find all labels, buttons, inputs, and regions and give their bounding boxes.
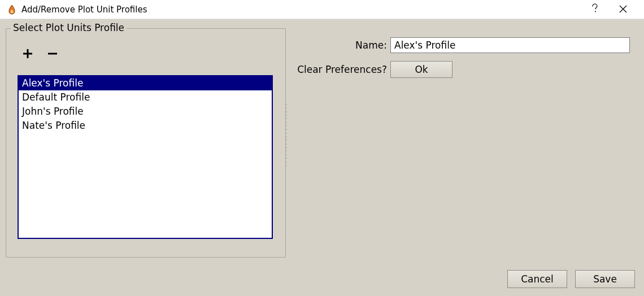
cancel-button[interactable]: Cancel xyxy=(507,270,567,288)
list-item[interactable]: Default Profile xyxy=(19,90,272,105)
ok-button[interactable]: Ok xyxy=(390,61,452,78)
name-label: Name: xyxy=(291,40,390,51)
details-pane: Name: Clear Preferences? Ok xyxy=(291,37,636,86)
dialog-content: Select Plot Units Profile Alex's Profile… xyxy=(0,19,644,296)
profile-toolbar xyxy=(22,48,58,62)
window-title: Add/Remove Plot Unit Profiles xyxy=(21,5,591,15)
clear-row: Clear Preferences? Ok xyxy=(291,61,636,78)
close-icon[interactable] xyxy=(619,3,627,15)
groupbox-title: Select Plot Units Profile xyxy=(11,22,127,33)
title-bar: Add/Remove Plot Unit Profiles xyxy=(0,0,644,19)
dialog-button-bar: Cancel Save xyxy=(507,270,635,288)
save-button[interactable]: Save xyxy=(575,270,635,288)
list-item[interactable]: Nate's Profile xyxy=(19,119,272,133)
remove-icon[interactable] xyxy=(47,48,58,62)
profile-listbox[interactable]: Alex's Profile Default Profile John's Pr… xyxy=(18,75,273,239)
profiles-groupbox: Select Plot Units Profile Alex's Profile… xyxy=(6,28,286,258)
titlebar-controls xyxy=(591,3,637,16)
list-item[interactable]: Alex's Profile xyxy=(19,76,272,90)
help-icon[interactable] xyxy=(591,3,599,16)
name-row: Name: xyxy=(291,37,636,53)
add-icon[interactable] xyxy=(22,48,33,62)
app-icon xyxy=(7,5,17,15)
svg-point-1 xyxy=(595,11,596,12)
list-item[interactable]: John's Profile xyxy=(19,105,272,119)
svg-point-0 xyxy=(11,10,14,13)
splitter-handle[interactable] xyxy=(285,104,288,166)
name-field[interactable] xyxy=(390,37,630,53)
clear-preferences-label: Clear Preferences? xyxy=(291,64,390,75)
